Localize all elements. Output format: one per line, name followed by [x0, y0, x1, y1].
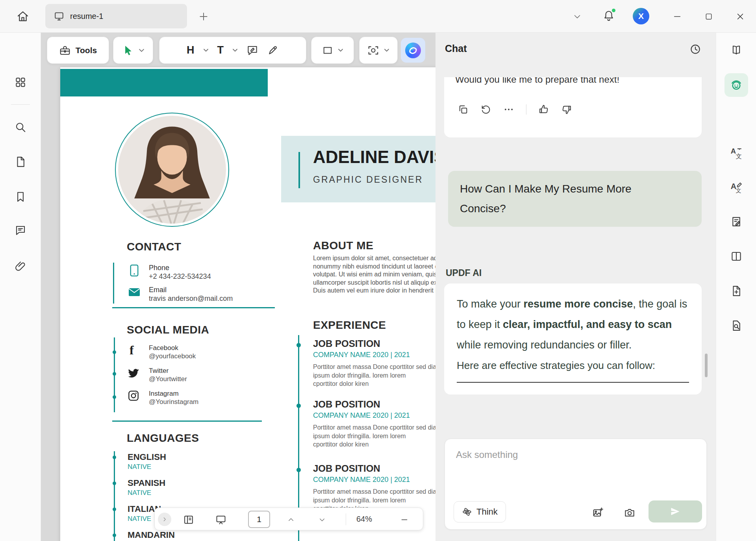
- image-add-icon: [592, 507, 604, 519]
- document-search-icon: [730, 320, 742, 332]
- social-twitter-handle: @Yourtwitter: [149, 375, 187, 383]
- split-view-button[interactable]: [730, 250, 743, 263]
- language-4-name: MANDARIN: [128, 530, 175, 540]
- comments-button[interactable]: [13, 223, 28, 237]
- chat-history-button[interactable]: [687, 41, 703, 57]
- select-tool-dropdown[interactable]: [139, 48, 145, 52]
- phone-icon: [129, 265, 139, 276]
- export-file-button[interactable]: [730, 284, 743, 298]
- contact-divider: [112, 307, 275, 308]
- search-button[interactable]: [13, 120, 28, 134]
- search-icon: [15, 121, 26, 133]
- bookmarks-button[interactable]: [13, 190, 28, 204]
- zoom-level[interactable]: 64%: [356, 515, 372, 524]
- apps-grid-button[interactable]: [13, 75, 28, 89]
- experience-dot-2: [296, 404, 301, 408]
- document-viewer: ADELINE DAVIS GRAPHIC DESIGNER CONTACT P…: [41, 33, 435, 541]
- plus-icon: [198, 11, 209, 22]
- minimize-button[interactable]: [669, 8, 686, 25]
- tools-group[interactable]: Tools: [47, 37, 109, 64]
- collapse-button[interactable]: [569, 8, 586, 25]
- previous-page-button[interactable]: [285, 513, 297, 526]
- resume-page: ADELINE DAVIS GRAPHIC DESIGNER CONTACT P…: [60, 67, 435, 541]
- think-atom-icon: [462, 507, 472, 517]
- thumbnail-view-button[interactable]: [182, 513, 195, 526]
- book-open-icon: [730, 44, 742, 56]
- attachments-button[interactable]: [13, 259, 28, 273]
- ai-smiley-icon: [730, 79, 743, 91]
- presentation-button[interactable]: [215, 513, 227, 526]
- language-2-name: SPANISH: [128, 478, 165, 488]
- thumbs-up-button[interactable]: [538, 104, 549, 115]
- pages-button[interactable]: [13, 155, 28, 169]
- document-tab[interactable]: resume-1: [45, 4, 187, 28]
- languages-accent-line: [114, 451, 115, 541]
- chat-title: Chat: [445, 43, 467, 54]
- thumbs-down-button[interactable]: [561, 104, 572, 115]
- language-dot-1: [113, 456, 116, 459]
- ai-assistant-button[interactable]: [401, 38, 425, 63]
- assistant-message-card: Would you like me to prepare that next!: [444, 77, 702, 137]
- copy-message-button[interactable]: [458, 104, 469, 115]
- social-dot-3: [113, 395, 116, 399]
- expand-panel-button[interactable]: [158, 513, 171, 526]
- search-document-button[interactable]: [730, 319, 743, 332]
- chat-scrollbar[interactable]: [705, 354, 708, 377]
- pen-tool-button[interactable]: [267, 44, 279, 56]
- capture-image-button[interactable]: [623, 506, 636, 519]
- social-instagram-handle: @Yourinstagram: [149, 398, 198, 406]
- job-2-position: JOB POSITION: [313, 399, 380, 410]
- ai-assistant-panel-button[interactable]: [724, 73, 748, 97]
- tools-label: Tools: [76, 46, 97, 55]
- page-navigation-bar: 64%: [154, 508, 423, 530]
- heading-tool-button[interactable]: H: [187, 44, 195, 56]
- heading-tool-dropdown[interactable]: [203, 48, 209, 52]
- zoom-out-button[interactable]: [398, 513, 411, 526]
- shape-tool-dropdown[interactable]: [338, 48, 343, 52]
- form-fill-button[interactable]: [730, 215, 743, 228]
- shape-tool-button[interactable]: [322, 45, 333, 56]
- avatar[interactable]: X: [633, 8, 649, 24]
- comment-tool-button[interactable]: [246, 44, 258, 56]
- camera-icon: [624, 507, 636, 519]
- insert-image-button[interactable]: [591, 506, 605, 519]
- maximize-button[interactable]: [700, 8, 717, 25]
- home-button[interactable]: [14, 8, 32, 25]
- resume-header-band: [60, 69, 268, 96]
- translate-icon: A文: [730, 146, 743, 160]
- social-dot-1: [113, 350, 116, 354]
- regenerate-button[interactable]: [480, 104, 491, 115]
- email-label: Email: [149, 286, 167, 294]
- social-divider: [112, 421, 262, 422]
- page-number-input[interactable]: [251, 515, 267, 524]
- select-tool-button[interactable]: [122, 44, 134, 56]
- translate-button[interactable]: A文: [729, 146, 743, 160]
- more-options-button[interactable]: [503, 104, 514, 115]
- minus-icon: [400, 516, 408, 524]
- chevron-up-icon: [287, 516, 295, 523]
- notifications-button[interactable]: [600, 7, 617, 24]
- tab-title: resume-1: [70, 12, 103, 21]
- next-page-button[interactable]: [316, 513, 328, 526]
- new-tab-button[interactable]: [195, 8, 212, 25]
- resume-name-first: ADELINE: [313, 147, 389, 167]
- profile-photo: [118, 116, 226, 224]
- close-button[interactable]: [732, 8, 749, 25]
- actions-divider: [526, 104, 526, 115]
- translate-write-button[interactable]: A文: [729, 180, 743, 195]
- social-dot-2: [113, 372, 116, 376]
- send-button[interactable]: [649, 500, 702, 522]
- notification-dot: [612, 9, 615, 12]
- chat-messages-viewport[interactable]: Would you like me to prepare that next! …: [443, 77, 709, 439]
- text-tool-dropdown[interactable]: [232, 48, 238, 52]
- text-tool-button[interactable]: T: [217, 44, 224, 56]
- contact-accent-line: [113, 263, 114, 304]
- ai-swirl: [405, 43, 421, 58]
- chat-input[interactable]: [456, 447, 692, 463]
- think-toggle-button[interactable]: Think: [454, 501, 506, 522]
- resume-name-last: DAVIS: [394, 147, 435, 167]
- job-1-description: Porttitor amet massa Done cporttitor sed…: [313, 363, 435, 388]
- capture-tool-dropdown[interactable]: [384, 48, 389, 52]
- capture-tool-button[interactable]: [367, 44, 379, 56]
- reader-mode-button[interactable]: [730, 44, 743, 56]
